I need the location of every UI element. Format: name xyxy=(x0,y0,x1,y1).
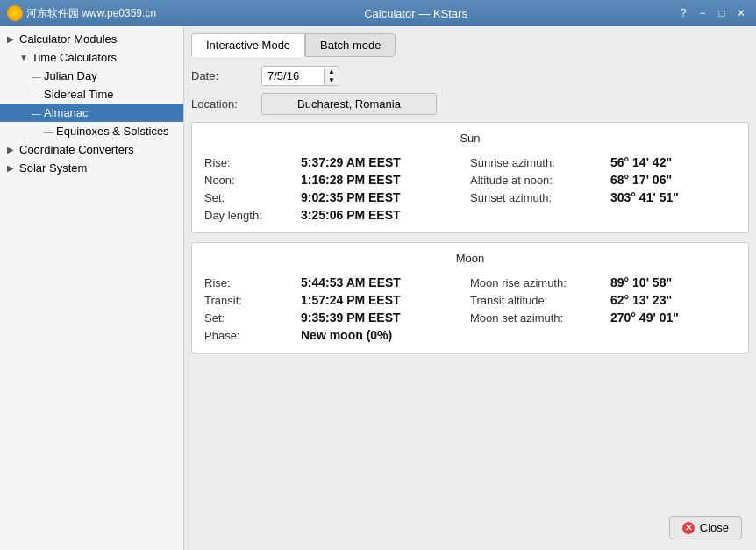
sidebar-item-label: Equinoxes & Solstices xyxy=(56,125,169,138)
moon-panel-title: Moon xyxy=(204,252,736,265)
sun-sunset-azimuth-value: 303° 41' 51" xyxy=(610,190,679,204)
tab-interactive-mode[interactable]: Interactive Mode xyxy=(191,33,305,57)
sidebar-item-time-calculators[interactable]: ▼ Time Calculators xyxy=(0,48,183,67)
location-row: Location: Bucharest, Romania xyxy=(191,93,749,115)
bottom-bar: ✕ Close xyxy=(662,512,749,543)
app-logo-icon xyxy=(7,5,23,21)
sun-day-length-label: Day length: xyxy=(204,209,301,222)
window-close-button[interactable]: ✕ xyxy=(733,5,749,21)
sun-panel: Sun Rise: 5:37:29 AM EEST Noon: 1:16:28 … xyxy=(191,122,749,233)
date-input[interactable] xyxy=(262,67,324,85)
titlebar: 河东软件园 www.pe0359.cn Calculator — KStars … xyxy=(0,0,756,26)
moon-data-left: Rise: 5:44:53 AM EEST Transit: 1:57:24 P… xyxy=(204,274,470,344)
moon-transit-label: Transit: xyxy=(204,294,301,307)
sidebar-item-equinoxes[interactable]: — Equinoxes & Solstices xyxy=(0,122,183,140)
date-input-wrap: ▲ ▼ xyxy=(261,66,339,86)
calculator-modules-arrow-icon: ▶ xyxy=(7,34,19,44)
moon-transit-row: Transit: 1:57:24 PM EEST xyxy=(204,291,470,309)
sun-rise-row: Rise: 5:37:29 AM EEST xyxy=(204,154,470,171)
moon-phase-label: Phase: xyxy=(204,329,301,342)
sidebar-item-coordinate-converters[interactable]: ▶ Coordinate Converters xyxy=(0,140,183,159)
sun-set-label: Set: xyxy=(204,191,301,204)
sidebar-item-label: Coordinate Converters xyxy=(19,143,134,156)
moon-rise-label: Rise: xyxy=(204,276,301,289)
sun-altitude-label: Altitude at noon: xyxy=(470,174,610,187)
sidebar-item-label: Almanac xyxy=(44,106,89,119)
sun-sunset-azimuth-label: Sunset azimuth: xyxy=(470,191,610,204)
moon-rise-value: 5:44:53 AM EEST xyxy=(301,275,401,289)
sun-data-left: Rise: 5:37:29 AM EEST Noon: 1:16:28 PM E… xyxy=(204,154,470,224)
sun-rise-value: 5:37:29 AM EEST xyxy=(301,155,401,169)
sidebar-item-sidereal-time[interactable]: — Sidereal Time xyxy=(0,85,183,104)
sun-noon-row: Noon: 1:16:28 PM EEST xyxy=(204,171,470,189)
sidebar: ▶ Calculator Modules ▼ Time Calculators … xyxy=(0,26,184,550)
minimize-button[interactable]: − xyxy=(695,5,710,21)
moon-set-azimuth-value: 270° 49' 01" xyxy=(610,311,679,325)
tree-line-icon: — xyxy=(32,89,44,100)
close-icon: ✕ xyxy=(682,522,695,534)
date-label: Date: xyxy=(191,69,261,82)
tree-line-icon: — xyxy=(44,126,56,137)
sun-noon-value: 1:16:28 PM EEST xyxy=(301,173,401,187)
sidebar-item-label: Calculator Modules xyxy=(19,32,117,46)
sun-panel-title: Sun xyxy=(204,132,736,145)
date-spinner: ▲ ▼ xyxy=(324,68,339,85)
maximize-button[interactable]: □ xyxy=(714,5,730,21)
moon-transit-altitude-row: Transit altitude: 62° 13' 23" xyxy=(470,291,736,309)
sun-rise-label: Rise: xyxy=(204,156,301,169)
moon-set-azimuth-label: Moon set azimuth: xyxy=(470,311,610,325)
moon-transit-altitude-label: Transit altitude: xyxy=(470,294,610,307)
close-button[interactable]: ✕ Close xyxy=(669,516,742,539)
sidebar-item-solar-system[interactable]: ▶ Solar System xyxy=(0,159,183,177)
window-controls: ? − □ ✕ xyxy=(675,5,749,21)
close-button-label: Close xyxy=(700,521,729,534)
solar-system-arrow-icon: ▶ xyxy=(7,163,19,173)
moon-phase-row: Phase: New moon (0%) xyxy=(204,326,470,344)
sun-set-row: Set: 9:02:35 PM EEST xyxy=(204,189,470,206)
moon-transit-value: 1:57:24 PM EEST xyxy=(301,293,401,307)
date-row: Date: ▲ ▼ xyxy=(191,66,749,86)
sun-altitude-value: 68° 17' 06" xyxy=(610,173,672,187)
moon-rise-azimuth-value: 89° 10' 58" xyxy=(610,275,672,289)
sidebar-item-label: Julian Day xyxy=(44,69,97,82)
sidebar-item-calculator-modules[interactable]: ▶ Calculator Modules xyxy=(0,30,183,48)
sidebar-item-label: Sidereal Time xyxy=(44,88,113,101)
tab-batch-mode[interactable]: Batch mode xyxy=(305,33,396,57)
sun-data-right: Sunrise azimuth: 56° 14' 42" Altitude at… xyxy=(470,154,736,224)
time-calculators-arrow-icon: ▼ xyxy=(19,53,32,62)
main-content: Interactive Mode Batch mode Date: ▲ ▼ Lo… xyxy=(184,26,756,550)
date-decrement-button[interactable]: ▼ xyxy=(325,76,339,85)
tree-line-icon: — xyxy=(32,71,44,82)
sun-noon-label: Noon: xyxy=(204,174,301,187)
sun-sunset-azimuth-row: Sunset azimuth: 303° 41' 51" xyxy=(470,189,736,206)
sun-day-length-value: 3:25:06 PM EEST xyxy=(301,208,401,222)
sidebar-item-label: Time Calculators xyxy=(32,51,117,64)
sidebar-item-almanac[interactable]: — Almanac xyxy=(0,104,183,122)
moon-rise-azimuth-label: Moon rise azimuth: xyxy=(470,276,610,289)
sun-sunrise-azimuth-value: 56° 14' 42" xyxy=(610,155,672,169)
moon-data-right: Moon rise azimuth: 89° 10' 58" Transit a… xyxy=(470,274,736,344)
sun-data-grid: Rise: 5:37:29 AM EEST Noon: 1:16:28 PM E… xyxy=(204,154,736,224)
date-increment-button[interactable]: ▲ xyxy=(325,68,339,76)
location-button[interactable]: Bucharest, Romania xyxy=(261,93,437,115)
app-body: ▶ Calculator Modules ▼ Time Calculators … xyxy=(0,26,756,550)
tree-line-icon: — xyxy=(32,108,44,118)
location-label: Location: xyxy=(191,97,261,111)
app-logo: 河东软件园 www.pe0359.cn xyxy=(7,5,156,21)
moon-data-grid: Rise: 5:44:53 AM EEST Transit: 1:57:24 P… xyxy=(204,274,736,344)
app-logo-text: 河东软件园 www.pe0359.cn xyxy=(26,6,156,21)
sun-sunrise-azimuth-label: Sunrise azimuth: xyxy=(470,156,610,169)
moon-phase-value: New moon (0%) xyxy=(301,328,392,342)
moon-rise-row: Rise: 5:44:53 AM EEST xyxy=(204,274,470,291)
sun-sunrise-azimuth-row: Sunrise azimuth: 56° 14' 42" xyxy=(470,154,736,171)
help-button[interactable]: ? xyxy=(675,5,691,21)
window-title: Calculator — KStars xyxy=(156,7,675,20)
sidebar-item-label: Solar System xyxy=(19,161,87,175)
tab-bar: Interactive Mode Batch mode xyxy=(191,33,749,57)
sidebar-item-julian-day[interactable]: — Julian Day xyxy=(0,67,183,85)
sun-altitude-row: Altitude at noon: 68° 17' 06" xyxy=(470,171,736,189)
moon-transit-altitude-value: 62° 13' 23" xyxy=(610,293,672,307)
moon-set-row: Set: 9:35:39 PM EEST xyxy=(204,309,470,326)
moon-panel: Moon Rise: 5:44:53 AM EEST Transit: 1:57… xyxy=(191,242,749,354)
sun-set-value: 9:02:35 PM EEST xyxy=(301,190,401,204)
